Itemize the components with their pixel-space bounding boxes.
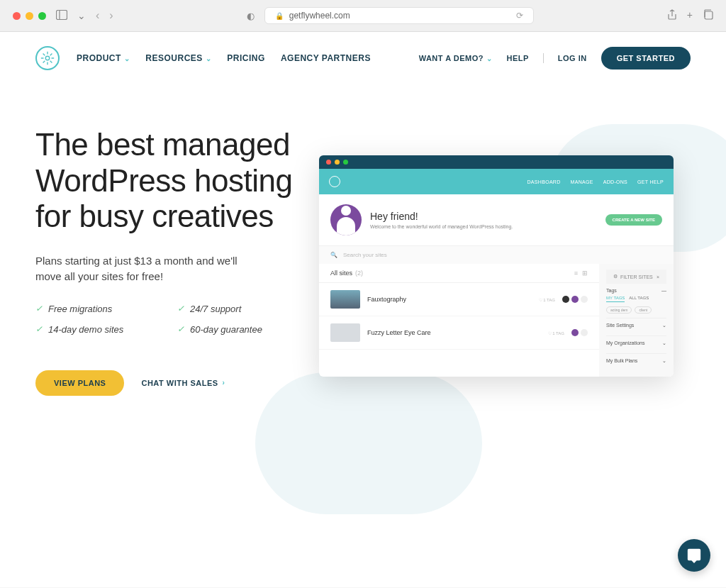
feature-item: ✓14-day demo sites bbox=[35, 324, 163, 335]
sidebar-orgs: My Organizations⌄ bbox=[606, 340, 666, 346]
dashboard-titlebar bbox=[319, 155, 674, 169]
dashboard-logo bbox=[329, 176, 340, 187]
sidebar-bulk: My Bulk Plans⌄ bbox=[606, 358, 666, 364]
hero-section: The best managed WordPress hosting for b… bbox=[0, 84, 726, 417]
browser-toolbar: ⌄ ‹ › ◐ 🔒 getflywheel.com ⟳ + bbox=[0, 0, 726, 32]
feature-item: ✓Free migrations bbox=[35, 304, 163, 314]
shield-icon[interactable]: ◐ bbox=[247, 11, 255, 21]
primary-nav: PRODUCT⌄ RESOURCES⌄ PRICING AGENCY PARTN… bbox=[77, 53, 371, 63]
dashboard-nav-item: DASHBOARD bbox=[527, 179, 561, 184]
forward-button[interactable]: › bbox=[109, 9, 113, 22]
chevron-down-icon[interactable]: ⌄ bbox=[77, 10, 86, 21]
dashboard-window: DASHBOARD MANAGE ADD-ONS GET HELP Hey fr… bbox=[319, 155, 674, 377]
chevron-down-icon: ⌄ bbox=[124, 55, 130, 62]
nav-product[interactable]: PRODUCT⌄ bbox=[77, 53, 130, 63]
create-site-button: CREATE A NEW SITE bbox=[605, 214, 662, 226]
sidebar-settings: Site Settings⌄ bbox=[606, 323, 666, 328]
secondary-nav: WANT A DEMO?⌄ HELP LOG IN GET STARTED bbox=[419, 47, 691, 70]
close-icon bbox=[326, 160, 331, 165]
site-thumbnail bbox=[330, 290, 360, 309]
dashboard-nav-item: ADD-ONS bbox=[603, 179, 627, 184]
divider bbox=[543, 53, 544, 63]
hero-subtitle: Plans starting at just $13 a month and w… bbox=[35, 253, 248, 285]
cta-row: VIEW PLANS CHAT WITH SALES› bbox=[35, 370, 305, 396]
maximize-window-icon[interactable] bbox=[38, 12, 46, 20]
chat-widget-button[interactable] bbox=[678, 539, 710, 572]
window-controls bbox=[13, 12, 46, 20]
site-row: Fauxtography ♡ 1 TAG bbox=[319, 283, 599, 316]
search-placeholder: Search your sites bbox=[343, 252, 387, 258]
site-header: PRODUCT⌄ RESOURCES⌄ PRICING AGENCY PARTN… bbox=[0, 32, 726, 84]
get-started-button[interactable]: GET STARTED bbox=[601, 47, 691, 70]
greeting-text: Hey friend! bbox=[370, 211, 513, 222]
dashboard-welcome: Hey friend! Welcome to the wonderful wor… bbox=[319, 194, 674, 245]
site-thumbnail bbox=[330, 323, 360, 342]
dashboard-preview: DASHBOARD MANAGE ADD-ONS GET HELP Hey fr… bbox=[319, 127, 691, 396]
check-icon: ✓ bbox=[35, 304, 43, 314]
avatar bbox=[330, 204, 362, 235]
tabs-icon[interactable] bbox=[703, 9, 713, 23]
dashboard-nav: DASHBOARD MANAGE ADD-ONS GET HELP bbox=[319, 169, 674, 194]
feature-item: ✓60-day guarantee bbox=[177, 324, 305, 335]
nav-pricing[interactable]: PRICING bbox=[227, 53, 265, 63]
view-plans-button[interactable]: VIEW PLANS bbox=[35, 370, 124, 396]
refresh-icon[interactable]: ⟳ bbox=[516, 11, 523, 21]
dashboard-nav-item: MANAGE bbox=[571, 179, 593, 184]
lock-icon: 🔒 bbox=[275, 12, 284, 20]
all-sites-header: All sites (2) ≡⊞ bbox=[319, 264, 599, 283]
chevron-down-icon: ⌄ bbox=[206, 55, 212, 62]
minimize-window-icon[interactable] bbox=[26, 12, 33, 20]
nav-agency-partners[interactable]: AGENCY PARTNERS bbox=[281, 53, 371, 63]
hero-copy: The best managed WordPress hosting for b… bbox=[35, 127, 305, 396]
feature-item: ✓24/7 support bbox=[177, 304, 305, 314]
tags-title: Tags— bbox=[606, 288, 666, 293]
address-bar[interactable]: 🔒 getflywheel.com ⟳ bbox=[264, 7, 534, 24]
share-icon[interactable] bbox=[667, 9, 677, 23]
back-button[interactable]: ‹ bbox=[96, 9, 99, 22]
tag-tabs: MY TAGSALL TAGS bbox=[606, 296, 666, 302]
svg-rect-2 bbox=[705, 11, 713, 19]
feature-list: ✓Free migrations ✓24/7 support ✓14-day d… bbox=[35, 304, 305, 335]
flywheel-logo[interactable] bbox=[35, 46, 60, 70]
check-icon: ✓ bbox=[177, 324, 184, 334]
minimize-icon bbox=[335, 160, 340, 165]
maximize-icon bbox=[343, 160, 348, 165]
nav-resources[interactable]: RESOURCES⌄ bbox=[145, 53, 211, 63]
svg-rect-0 bbox=[57, 11, 67, 20]
tag-count: ♡ 1 TAG bbox=[548, 331, 564, 335]
close-window-icon[interactable] bbox=[13, 12, 21, 20]
svg-point-3 bbox=[45, 56, 50, 60]
search-icon: 🔍 bbox=[330, 252, 337, 258]
nav-login[interactable]: LOG IN bbox=[558, 54, 587, 62]
sidebar-toggle-icon[interactable]: ⌄ bbox=[56, 10, 86, 21]
hero-title: The best managed WordPress hosting for b… bbox=[35, 127, 305, 235]
check-icon: ✓ bbox=[177, 304, 184, 314]
check-icon: ✓ bbox=[35, 324, 43, 334]
chevron-down-icon: ⌄ bbox=[486, 55, 493, 62]
chat-with-sales-link[interactable]: CHAT WITH SALES› bbox=[141, 379, 225, 387]
dashboard-nav-item: GET HELP bbox=[637, 179, 664, 184]
filter-sites: ⚙FILTER SITES× bbox=[606, 270, 666, 284]
welcome-text: Welcome to the wonderful world of manage… bbox=[370, 224, 513, 229]
site-name: Fauxtography bbox=[367, 296, 532, 303]
site-row: Fuzzy Letter Eye Care ♡ 1 TAG bbox=[319, 316, 599, 350]
dashboard-search: 🔍 Search your sites bbox=[319, 245, 674, 264]
site-name: Fuzzy Letter Eye Care bbox=[367, 329, 541, 336]
dashboard-sidebar: ⚙FILTER SITES× Tags— MY TAGSALL TAGS act… bbox=[599, 264, 674, 377]
nav-help[interactable]: HELP bbox=[506, 54, 528, 62]
view-toggle: ≡⊞ bbox=[574, 270, 588, 277]
page-content: PRODUCT⌄ RESOURCES⌄ PRICING AGENCY PARTN… bbox=[0, 32, 726, 587]
tag-count: ♡ 1 TAG bbox=[539, 297, 555, 302]
nav-demo[interactable]: WANT A DEMO?⌄ bbox=[419, 54, 493, 62]
url-text: getflywheel.com bbox=[289, 11, 350, 21]
new-tab-icon[interactable]: + bbox=[687, 9, 693, 23]
chevron-right-icon: › bbox=[223, 379, 225, 387]
